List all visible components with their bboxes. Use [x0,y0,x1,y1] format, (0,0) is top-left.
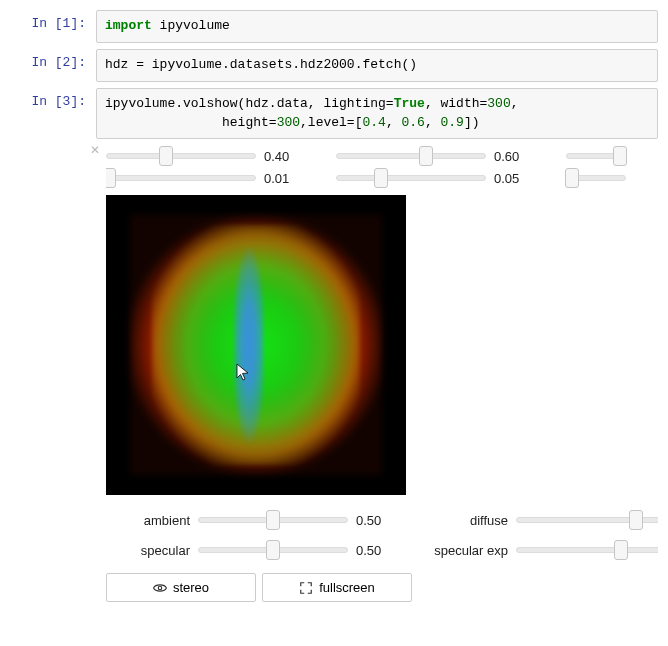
num-literal: 300 [277,115,300,130]
stereo-button[interactable]: stereo [106,573,256,602]
code-text: ipyvolume [152,18,230,33]
num-literal: 0.9 [441,115,464,130]
ambient-label: ambient [106,513,190,528]
slider-group-opacity2: 0.05 [336,167,544,189]
opacity2-slider[interactable] [336,167,486,189]
diffuse-label: diffuse [424,513,508,528]
specular-value: 0.50 [356,543,406,558]
slider-group-opacity1: 0.01 [106,167,314,189]
notebook: In [1]: import ipyvolume In [2]: hdz = i… [0,0,668,612]
level-sliders-row: 0.40 0.60 [106,145,658,167]
level2-value: 0.60 [494,149,544,164]
level3-slider[interactable] [566,145,626,167]
cell-prompt: In [1]: [10,10,96,31]
code-cell-1: In [1]: import ipyvolume [10,10,658,43]
svg-point-0 [158,586,162,590]
cell-prompt: In [2]: [10,49,96,70]
close-icon[interactable]: ✕ [90,143,100,157]
code-cell-3: In [3]: ipyvolume.volshow(hdz.data, ligh… [10,88,658,140]
code-text: , [386,115,402,130]
eye-icon [153,581,167,595]
cell-prompt: In [3]: [10,88,96,109]
code-input-2[interactable]: hdz = ipyvolume.datasets.hdz2000.fetch() [96,49,658,82]
opacity1-value: 0.01 [264,171,314,186]
code-text: height= [105,115,277,130]
opacity1-slider[interactable] [106,167,256,189]
buttons-row: stereo fullscreen [106,573,658,602]
diffuse-group: diffuse 0. [424,509,658,531]
code-text: ,level=[ [300,115,362,130]
specular-slider[interactable] [198,539,348,561]
specular-group: specular 0.50 [106,539,406,561]
slider-group-level1: 0.40 [106,145,314,167]
code-text: , [425,115,441,130]
slider-group-level2: 0.60 [336,145,544,167]
specular-exp-slider[interactable] [516,539,658,561]
volume-canvas[interactable] [106,195,406,495]
bool-literal: True [394,96,425,111]
opacity2-value: 0.05 [494,171,544,186]
code-text: ipyvolume.volshow(hdz.data, lighting= [105,96,394,111]
num-literal: 0.6 [401,115,424,130]
opacity3-slider[interactable] [566,167,626,189]
num-literal: 0.4 [362,115,385,130]
volume-layer-blue [234,247,264,443]
level1-slider[interactable] [106,145,256,167]
code-text: ]) [464,115,480,130]
num-literal: 300 [487,96,510,111]
diffuse-slider[interactable] [516,509,658,531]
ambient-group: ambient 0.50 [106,509,406,531]
fullscreen-icon [299,581,313,595]
code-cell-2: In [2]: hdz = ipyvolume.datasets.hdz2000… [10,49,658,82]
code-text: hdz = ipyvolume.datasets.hdz2000.fetch() [105,57,417,72]
opacity-sliders-row: 0.01 0.05 [106,167,658,189]
specular-exp-label: specular exp [424,543,508,558]
keyword: import [105,18,152,33]
fullscreen-button[interactable]: fullscreen [262,573,412,602]
level1-value: 0.40 [264,149,314,164]
lighting-row-1: ambient 0.50 diffuse 0. [106,505,658,535]
lighting-row-2: specular 0.50 specular exp 5 [106,535,658,565]
code-text: , [511,96,519,111]
stereo-label: stereo [173,580,209,595]
code-input-3[interactable]: ipyvolume.volshow(hdz.data, lighting=Tru… [96,88,658,140]
level2-slider[interactable] [336,145,486,167]
specular-exp-group: specular exp 5 [424,539,658,561]
code-input-1[interactable]: import ipyvolume [96,10,658,43]
code-text: , width= [425,96,487,111]
specular-label: specular [106,543,190,558]
ambient-slider[interactable] [198,509,348,531]
fullscreen-label: fullscreen [319,580,375,595]
output-widget: ✕ 0.40 0.60 [106,145,658,602]
slider-group-opacity3 [566,167,626,189]
slider-group-level3 [566,145,626,167]
ambient-value: 0.50 [356,513,406,528]
